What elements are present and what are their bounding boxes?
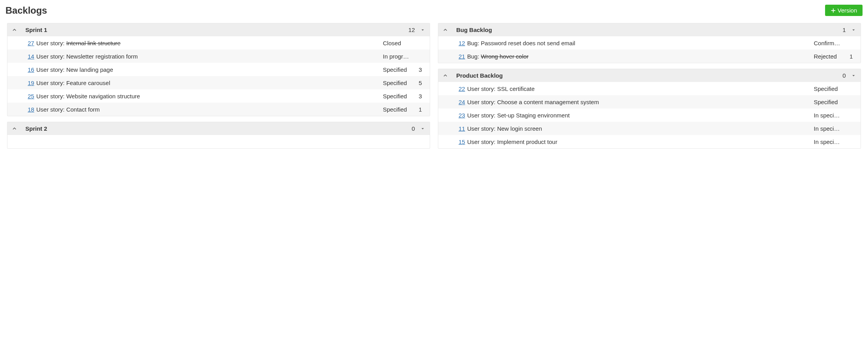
caret-down-icon[interactable] [851,73,856,78]
row-prefix: User story: [36,53,66,60]
row-status: Specified [383,93,416,99]
chevron-up-icon[interactable] [443,28,448,32]
backlog-row[interactable]: 16User story: New landing pageSpecified3 [7,63,430,76]
backlog-row[interactable]: 27User story: Internal link structureClo… [7,36,430,50]
backlog-row[interactable]: 23User story: Set-up Staging environment… [438,108,861,122]
backlog-row[interactable]: 21Bug: Wrong hover colorRejected1 [438,50,861,63]
row-subject: Implement product tour [497,138,557,145]
row-prefix: User story: [36,80,66,86]
row-id-link[interactable]: 16 [20,66,36,73]
row-id-link[interactable]: 27 [20,40,36,46]
backlog-row[interactable]: 12Bug: Password reset does not send emai… [438,36,861,50]
row-summary[interactable]: User story: Feature carousel [36,80,383,86]
chevron-up-icon[interactable] [12,28,17,32]
panel-count: 0 [843,72,847,79]
row-status: In progr… [383,53,416,60]
row-id-link[interactable]: 24 [451,99,467,105]
row-prefix: User story: [467,99,497,105]
row-summary[interactable]: User story: Choose a content management … [467,99,814,105]
row-points: 1 [416,106,425,113]
row-id-link[interactable]: 19 [20,80,36,86]
row-status: Specified [383,80,416,86]
chevron-up-icon[interactable] [443,73,448,78]
row-status: Rejected [814,53,847,60]
panel-title: Sprint 1 [21,27,404,33]
right-column: Bug Backlog112Bug: Password reset does n… [438,23,861,154]
row-id-link[interactable]: 22 [451,85,467,92]
backlog-panel-bug-backlog: Bug Backlog112Bug: Password reset does n… [438,23,861,63]
backlog-panel-sprint2: Sprint 20 [7,122,430,149]
row-subject: Newsletter registration form [66,53,138,60]
row-id-link[interactable]: 14 [20,53,36,60]
backlog-row[interactable]: 14User story: Newsletter registration fo… [7,50,430,63]
row-id-link[interactable]: 15 [451,138,467,145]
row-summary[interactable]: User story: Set-up Staging environment [467,112,814,119]
caret-down-icon[interactable] [851,28,856,32]
row-summary[interactable]: User story: Newsletter registration form [36,53,383,60]
left-column: Sprint 11227User story: Internal link st… [7,23,430,154]
backlog-row[interactable]: 22User story: SSL certificateSpecified [438,82,861,95]
row-prefix: User story: [36,106,66,113]
panel-header[interactable]: Product Backlog0 [438,69,861,82]
caret-down-icon[interactable] [420,28,425,32]
panel-header[interactable]: Sprint 112 [7,23,430,36]
row-points: 5 [416,80,425,86]
panel-body: 27User story: Internal link structureClo… [7,36,430,116]
row-status: In speci… [814,138,847,145]
row-subject: Password reset does not send email [481,40,575,46]
row-points: 1 [847,53,856,60]
row-summary[interactable]: User story: Implement product tour [467,138,814,145]
backlog-panel-product-backlog: Product Backlog022User story: SSL certif… [438,69,861,149]
panel-header[interactable]: Sprint 20 [7,122,430,135]
panel-header[interactable]: Bug Backlog1 [438,23,861,36]
backlog-row[interactable]: 19User story: Feature carouselSpecified5 [7,76,430,89]
row-prefix: User story: [467,112,497,119]
row-prefix: User story: [36,66,66,73]
row-subject: Internal link structure [66,40,121,46]
row-id-link[interactable]: 23 [451,112,467,119]
backlog-row[interactable]: 15User story: Implement product tourIn s… [438,135,861,148]
row-subject: New login screen [497,125,542,132]
chevron-up-icon[interactable] [12,126,17,131]
row-summary[interactable]: User story: Internal link structure [36,40,383,46]
row-subject: Website navigation structure [66,93,140,99]
row-status: Closed [383,40,416,46]
add-version-button[interactable]: Version [825,5,863,16]
row-id-link[interactable]: 18 [20,106,36,113]
panel-title: Bug Backlog [452,27,839,33]
row-summary[interactable]: User story: New login screen [467,125,814,132]
row-subject: New landing page [66,66,113,73]
panel-title: Sprint 2 [21,125,408,132]
row-status: Specified [814,85,847,92]
caret-down-icon[interactable] [420,126,425,131]
row-summary[interactable]: User story: New landing page [36,66,383,73]
row-summary[interactable]: User story: SSL certificate [467,85,814,92]
backlog-row[interactable]: 25User story: Website navigation structu… [7,89,430,103]
backlog-row[interactable]: 11User story: New login screenIn speci… [438,122,861,135]
panel-body: 12Bug: Password reset does not send emai… [438,36,861,63]
row-status: Confirm… [814,40,847,46]
row-points: 3 [416,93,425,99]
row-status: Specified [383,106,416,113]
panel-count: 1 [843,27,847,33]
row-subject: Contact form [66,106,100,113]
row-prefix: Bug: [467,53,481,60]
row-status: Specified [383,66,416,73]
row-summary[interactable]: User story: Website navigation structure [36,93,383,99]
row-subject: Feature carousel [66,80,110,86]
row-summary[interactable]: Bug: Wrong hover color [467,53,814,60]
row-id-link[interactable]: 12 [451,40,467,46]
row-id-link[interactable]: 21 [451,53,467,60]
row-id-link[interactable]: 25 [20,93,36,99]
backlog-row[interactable]: 24User story: Choose a content managemen… [438,95,861,108]
row-id-link[interactable]: 11 [451,125,467,132]
row-subject: SSL certificate [497,85,535,92]
row-prefix: User story: [36,93,66,99]
row-prefix: User story: [467,85,497,92]
panel-count: 12 [408,27,416,33]
panel-count: 0 [412,125,416,132]
backlog-row[interactable]: 18User story: Contact formSpecified1 [7,103,430,116]
row-summary[interactable]: Bug: Password reset does not send email [467,40,814,46]
plus-icon [831,8,836,13]
row-summary[interactable]: User story: Contact form [36,106,383,113]
